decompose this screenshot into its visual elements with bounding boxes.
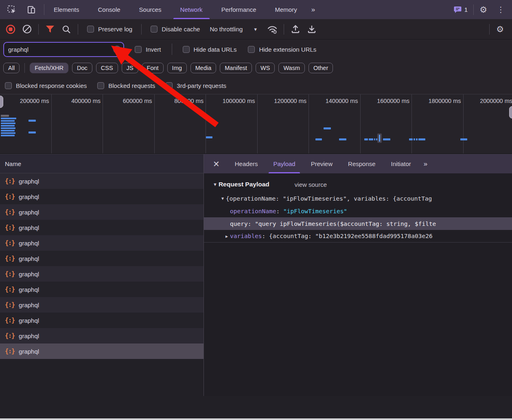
timeline-tick: 1800000 ms xyxy=(429,98,461,153)
search-icon[interactable] xyxy=(58,22,74,37)
timeline-right-brush-handle[interactable] xyxy=(509,106,512,118)
detail-tab-payload[interactable]: Payload xyxy=(265,154,303,173)
blocked-response-cookies-label: Blocked response cookies xyxy=(16,82,87,89)
request-row[interactable]: {:}graphql xyxy=(0,282,203,297)
blocked-response-cookies-checkbox[interactable]: Blocked response cookies xyxy=(5,82,87,89)
timeline-request-bar xyxy=(1,127,15,129)
chip-js[interactable]: JS xyxy=(122,63,138,73)
request-row[interactable]: {:}graphql xyxy=(0,313,203,328)
tab-sources[interactable]: Sources xyxy=(130,0,171,19)
expander-open-icon[interactable]: ▼ xyxy=(219,196,226,201)
third-party-requests-label: 3rd-party requests xyxy=(177,82,226,89)
chip-doc[interactable]: Doc xyxy=(72,63,92,73)
chip-img[interactable]: Img xyxy=(167,63,187,73)
issues-chat-icon xyxy=(454,6,462,13)
chip-ws[interactable]: WS xyxy=(256,63,275,73)
chip-fetch-xhr[interactable]: Fetch/XHR xyxy=(30,63,68,73)
payload-operation-name-row[interactable]: operationName: "ipFlowTimeseries" xyxy=(204,205,512,217)
network-conditions-icon[interactable] xyxy=(264,22,280,37)
section-title: Request Payload xyxy=(219,181,269,188)
chip-media[interactable]: Media xyxy=(190,63,217,73)
more-filters-row: Blocked response cookies Blocked request… xyxy=(0,77,512,94)
chip-manifest[interactable]: Manifest xyxy=(220,63,252,73)
kebab-menu-icon[interactable]: ⋮ xyxy=(493,5,509,14)
record-network-log-icon[interactable] xyxy=(2,22,19,37)
close-detail-icon[interactable]: ✕ xyxy=(204,154,227,173)
request-payload-section-header[interactable]: ▼ Request Payload view source xyxy=(204,178,512,192)
device-toolbar-icon[interactable] xyxy=(24,4,38,16)
chip-other[interactable]: Other xyxy=(309,63,333,73)
timeline-request-bar xyxy=(28,131,36,133)
chip-wasm[interactable]: Wasm xyxy=(278,63,305,73)
timeline-tick: 800000 ms xyxy=(174,98,203,153)
chip-font[interactable]: Font xyxy=(142,63,164,73)
export-har-icon[interactable] xyxy=(287,22,304,37)
network-filter-row: ✕ Invert Hide data URLs Hide extension U… xyxy=(0,39,512,59)
timeline-request-bar xyxy=(9,118,10,119)
hide-data-urls-checkbox[interactable]: Hide data URLs xyxy=(177,46,243,53)
issues-counter[interactable]: 1 xyxy=(451,6,471,13)
request-name: graphql xyxy=(19,178,39,185)
tab-console[interactable]: Console xyxy=(89,0,130,19)
hide-extension-urls-checkbox[interactable]: Hide extension URLs xyxy=(242,46,322,53)
fetch-json-icon: {:} xyxy=(5,224,15,231)
network-settings-gear-icon[interactable]: ⚙ xyxy=(493,24,510,34)
more-detail-tabs-icon[interactable]: » xyxy=(419,154,431,173)
blocked-requests-checkbox[interactable]: Blocked requests xyxy=(97,82,155,89)
detail-tab-response[interactable]: Response xyxy=(340,154,383,173)
detail-tab-initiator[interactable]: Initiator xyxy=(383,154,419,173)
detail-tab-headers[interactable]: Headers xyxy=(227,154,266,173)
request-row[interactable]: {:}graphql xyxy=(0,297,203,313)
preserve-log-checkbox[interactable]: Preserve log xyxy=(81,26,138,33)
tab-elements[interactable]: Elements xyxy=(44,0,89,19)
disable-cache-checkbox[interactable]: Disable cache xyxy=(145,26,206,33)
filter-input-wrap: ✕ xyxy=(3,42,124,57)
request-row[interactable]: {:}graphql xyxy=(0,204,203,220)
request-row[interactable]: {:}graphql xyxy=(0,189,203,204)
tab-performance[interactable]: Performance xyxy=(212,0,266,19)
timeline-request-bar xyxy=(416,138,418,140)
panel-tabs: Elements Console Sources Network Perform… xyxy=(44,0,319,19)
expander-closed-icon[interactable]: ▶ xyxy=(223,234,230,238)
request-row[interactable]: {:}graphql xyxy=(0,328,203,343)
timeline-left-brush-handle[interactable] xyxy=(0,96,3,108)
request-row[interactable]: {:}graphql xyxy=(0,251,203,266)
clear-filter-icon[interactable]: ✕ xyxy=(113,46,121,53)
request-name: graphql xyxy=(19,209,39,216)
request-row[interactable]: {:}graphql xyxy=(0,173,203,189)
tab-memory[interactable]: Memory xyxy=(266,0,306,19)
inspect-element-icon[interactable] xyxy=(5,4,19,16)
chip-css[interactable]: CSS xyxy=(96,63,118,73)
import-har-icon[interactable] xyxy=(304,22,320,37)
view-source-link[interactable]: view source xyxy=(295,181,327,188)
payload-variables-row[interactable]: ▶ variables: {accountTag: "b12e3b2192ee5… xyxy=(204,230,512,243)
payload-query-row[interactable]: query: "query ipFlowTimeseries($accountT… xyxy=(204,217,512,230)
throttling-select[interactable]: No throttling ▼ xyxy=(206,26,264,33)
timeline-request-bar xyxy=(1,125,15,127)
clear-network-log-icon[interactable] xyxy=(19,22,35,37)
timeline-request-bar xyxy=(369,138,373,140)
request-row[interactable]: {:}graphql xyxy=(0,235,203,251)
payload-root-row[interactable]: ▼ {operationName: "ipFlowTimeseries", va… xyxy=(204,192,512,205)
request-row[interactable]: {:}graphql xyxy=(0,220,203,235)
third-party-requests-checkbox[interactable]: 3rd-party requests xyxy=(166,82,226,89)
name-column-header[interactable]: Name xyxy=(0,154,203,173)
preserve-log-label: Preserve log xyxy=(98,26,132,33)
request-row-selected[interactable]: {:}graphql xyxy=(0,343,203,359)
toolbar-divider xyxy=(38,24,39,35)
timeline-tick: 1000000 ms xyxy=(223,98,255,153)
timeline-tick: 2000000 ms xyxy=(480,98,512,153)
chip-all[interactable]: All xyxy=(3,63,20,73)
detail-tab-preview[interactable]: Preview xyxy=(303,154,340,173)
hide-extension-urls-label: Hide extension URLs xyxy=(259,46,316,53)
more-panels-icon[interactable]: » xyxy=(306,0,319,19)
filter-input[interactable] xyxy=(3,42,124,57)
timeline-tick: 600000 ms xyxy=(123,98,152,153)
filter-funnel-icon[interactable] xyxy=(42,22,58,37)
tab-network[interactable]: Network xyxy=(171,0,212,19)
settings-gear-icon[interactable]: ⚙ xyxy=(476,5,490,15)
request-row[interactable]: {:}graphql xyxy=(0,266,203,282)
invert-checkbox[interactable]: Invert xyxy=(124,46,167,53)
network-overview-timeline[interactable]: 200000 ms 400000 ms 600000 ms 800000 ms … xyxy=(0,94,512,154)
request-name: graphql xyxy=(19,224,39,231)
